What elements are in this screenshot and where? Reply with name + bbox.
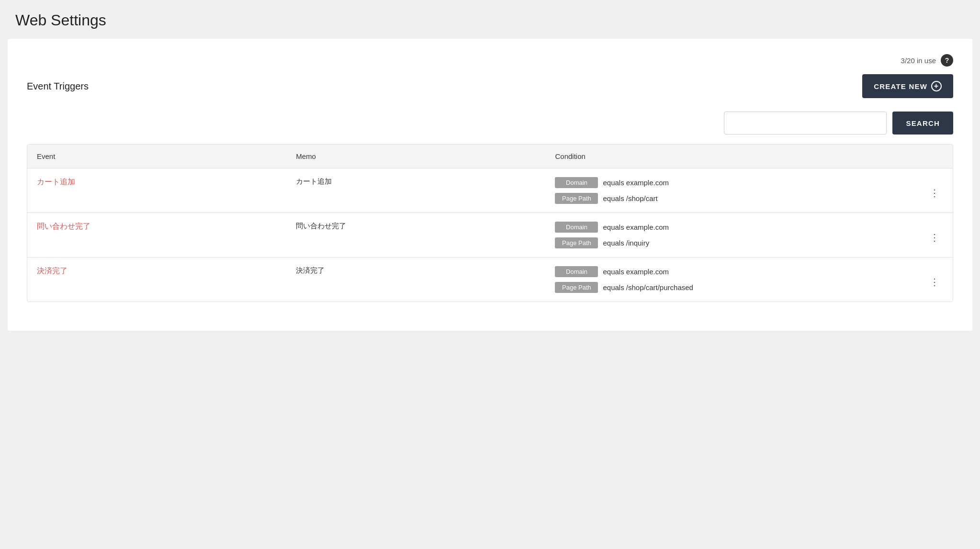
action-cell: ⋮ (916, 213, 953, 258)
help-icon[interactable]: ? (941, 54, 953, 67)
in-use-label: 3/20 in use (901, 56, 936, 65)
condition-text: equals /shop/cart/purchased (603, 283, 693, 291)
more-options-button[interactable]: ⋮ (926, 186, 943, 200)
more-options-button[interactable]: ⋮ (926, 231, 943, 244)
condition-row: Page Pathequals /inquiry (555, 237, 906, 248)
section-header: Event Triggers CREATE NEW + (27, 74, 953, 98)
search-button-label: SEARCH (906, 119, 940, 127)
condition-badge: Domain (555, 177, 598, 188)
memo-cell: カート追加 (286, 168, 545, 213)
condition-text: equals example.com (603, 179, 669, 187)
top-bar: 3/20 in use ? (27, 54, 953, 67)
condition-text: equals /shop/cart (603, 194, 657, 202)
action-cell: ⋮ (916, 258, 953, 302)
table-row: 決済完了決済完了Domainequals example.comPage Pat… (27, 258, 953, 302)
condition-text: equals /inquiry (603, 239, 649, 247)
page-header: Web Settings (0, 0, 980, 39)
condition-cell: Domainequals example.comPage Pathequals … (545, 168, 915, 213)
condition-row: Domainequals example.com (555, 177, 906, 188)
condition-cell: Domainequals example.comPage Pathequals … (545, 258, 915, 302)
search-button[interactable]: SEARCH (892, 112, 953, 134)
col-header-memo: Memo (286, 145, 545, 168)
condition-badge: Domain (555, 222, 598, 233)
condition-row: Page Pathequals /shop/cart (555, 193, 906, 204)
condition-badge: Page Path (555, 193, 598, 204)
table-row: カート追加カート追加Domainequals example.comPage P… (27, 168, 953, 213)
memo-cell: 決済完了 (286, 258, 545, 302)
col-header-action (916, 145, 953, 168)
condition-badge: Page Path (555, 237, 598, 248)
event-link[interactable]: 決済完了 (37, 267, 68, 275)
section-title: Event Triggers (27, 81, 89, 92)
condition-text: equals example.com (603, 223, 669, 231)
condition-cell: Domainequals example.comPage Pathequals … (545, 213, 915, 258)
condition-text: equals example.com (603, 268, 669, 276)
condition-badge: Domain (555, 266, 598, 277)
create-new-label: CREATE NEW (874, 82, 927, 90)
plus-icon: + (931, 81, 942, 91)
content-area: 3/20 in use ? Event Triggers CREATE NEW … (8, 39, 972, 331)
condition-badge: Page Path (555, 282, 598, 293)
action-cell: ⋮ (916, 168, 953, 213)
search-row: SEARCH (27, 112, 953, 134)
condition-row: Domainequals example.com (555, 222, 906, 233)
memo-cell: 問い合わせ完了 (286, 213, 545, 258)
page-title: Web Settings (15, 11, 965, 29)
create-new-button[interactable]: CREATE NEW + (862, 74, 953, 98)
event-link[interactable]: カート追加 (37, 178, 75, 186)
col-header-event: Event (27, 145, 286, 168)
event-link[interactable]: 問い合わせ完了 (37, 222, 90, 230)
table-row: 問い合わせ完了問い合わせ完了Domainequals example.comPa… (27, 213, 953, 258)
condition-row: Page Pathequals /shop/cart/purchased (555, 282, 906, 293)
search-input[interactable] (724, 112, 887, 134)
condition-row: Domainequals example.com (555, 266, 906, 277)
table-header-row: Event Memo Condition (27, 145, 953, 168)
event-triggers-table: Event Memo Condition カート追加カート追加Domainequ… (27, 144, 953, 302)
col-header-condition: Condition (545, 145, 915, 168)
more-options-button[interactable]: ⋮ (926, 275, 943, 289)
